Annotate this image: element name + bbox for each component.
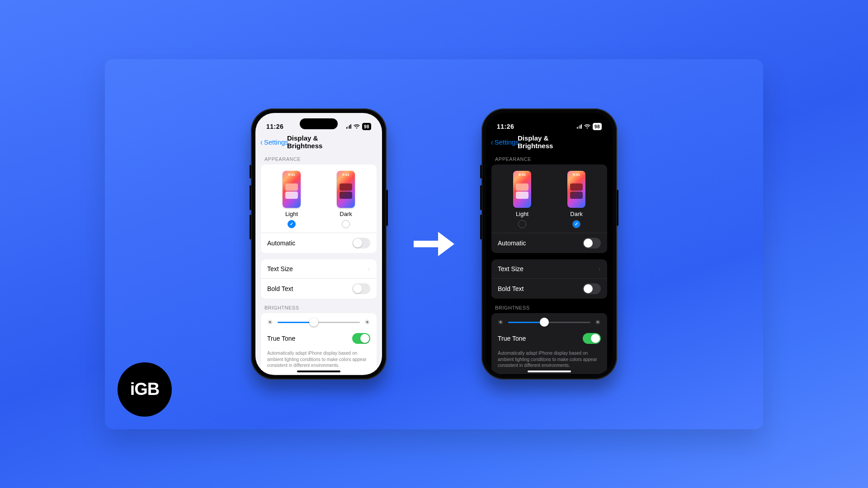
appearance-option-dark[interactable]: 9:41 Dark	[337, 171, 355, 228]
brightness-slider-row: ☀︎ ☀︎	[491, 313, 607, 328]
option-label-light: Light	[285, 211, 298, 217]
row-bold-text: Bold Text	[261, 278, 377, 299]
preview-light: 9:41	[513, 171, 531, 208]
label-automatic: Automatic	[498, 239, 526, 247]
brightness-slider[interactable]	[508, 322, 590, 323]
row-text-size[interactable]: Text Size ›	[261, 259, 377, 278]
battery-icon: 98	[593, 123, 602, 130]
section-label-brightness: BRIGHTNESS	[255, 299, 382, 313]
toggle-bold-text[interactable]	[352, 283, 370, 294]
toggle-true-tone[interactable]	[352, 333, 370, 344]
screen-light: 11:26 98 ‹ Settings	[255, 113, 382, 375]
option-label-dark: Dark	[340, 211, 352, 217]
brightness-slider[interactable]	[278, 322, 360, 323]
wifi-icon	[584, 124, 590, 129]
home-indicator[interactable]	[297, 371, 340, 372]
status-icons: 98	[346, 123, 371, 130]
brightness-slider-row: ☀︎ ☀︎	[261, 313, 377, 328]
sun-min-icon: ☀︎	[267, 319, 273, 326]
row-automatic: Automatic	[491, 233, 607, 253]
preview-clock: 9:41	[283, 173, 301, 177]
radio-light[interactable]	[518, 220, 526, 228]
wifi-icon	[354, 124, 360, 129]
label-automatic: Automatic	[267, 239, 295, 247]
nav-bar: ‹ Settings Display & Brightness	[486, 135, 613, 150]
preview-dark: 9:41	[567, 171, 585, 208]
preview-clock: 9:41	[337, 173, 355, 177]
preview-light: 9:41	[283, 171, 301, 208]
toggle-automatic[interactable]	[352, 238, 370, 249]
nav-title: Display & Brightness	[518, 134, 581, 150]
text-card: Text Size › Bold Text	[261, 259, 377, 299]
toggle-automatic[interactable]	[583, 238, 601, 249]
chevron-right-icon: ›	[368, 265, 370, 272]
row-bold-text: Bold Text	[491, 278, 607, 299]
radio-light[interactable]	[288, 220, 296, 228]
chevron-left-icon: ‹	[260, 137, 263, 146]
row-text-size[interactable]: Text Size ›	[491, 259, 607, 278]
appearance-options: 9:41 Light 9:41	[261, 164, 377, 233]
appearance-option-light[interactable]: 9:41 Light	[513, 171, 531, 228]
status-icons: 98	[577, 123, 602, 130]
label-text-size: Text Size	[267, 265, 293, 272]
home-indicator[interactable]	[528, 371, 571, 372]
label-true-tone: True Tone	[498, 335, 526, 342]
appearance-options: 9:41 Light 9:41	[491, 164, 607, 233]
option-label-dark: Dark	[570, 211, 582, 217]
chevron-left-icon: ‹	[491, 137, 493, 146]
chevron-right-icon: ›	[599, 265, 600, 272]
iphone-dark: 11:26 98 ‹ Settings	[481, 108, 617, 380]
row-true-tone: True Tone	[491, 328, 607, 348]
toggle-true-tone[interactable]	[583, 333, 601, 344]
appearance-card: 9:41 Light 9:41	[491, 164, 607, 253]
sun-max-icon: ☀︎	[364, 319, 370, 326]
cellular-icon	[577, 124, 582, 129]
label-text-size: Text Size	[498, 265, 524, 272]
appearance-card: 9:41 Light 9:41	[261, 164, 377, 253]
battery-icon: 98	[362, 123, 371, 130]
option-label-light: Light	[516, 211, 528, 217]
appearance-option-dark[interactable]: 9:41 Dark	[567, 171, 585, 228]
preview-clock: 9:41	[567, 173, 585, 177]
back-label: Settings	[495, 138, 519, 146]
back-button[interactable]: ‹ Settings	[491, 137, 519, 146]
toggle-bold-text[interactable]	[583, 283, 601, 294]
back-label: Settings	[264, 138, 288, 146]
row-true-tone: True Tone	[261, 328, 377, 348]
dynamic-island	[300, 118, 338, 129]
nav-bar: ‹ Settings Display & Brightness	[255, 135, 382, 150]
radio-dark[interactable]	[342, 220, 350, 228]
label-bold-text: Bold Text	[498, 285, 524, 292]
status-time: 11:26	[497, 123, 514, 130]
hero-card: 11:26 98 ‹ Settings	[105, 59, 763, 429]
back-button[interactable]: ‹ Settings	[260, 137, 288, 146]
nav-title: Display & Brightness	[287, 134, 350, 150]
sun-max-icon: ☀︎	[595, 319, 601, 326]
section-label-brightness: BRIGHTNESS	[486, 299, 613, 313]
site-logo: iGB	[118, 362, 172, 417]
label-true-tone: True Tone	[267, 335, 295, 342]
phone-comparison-row: 11:26 98 ‹ Settings	[105, 59, 763, 429]
text-card: Text Size › Bold Text	[491, 259, 607, 299]
radio-dark[interactable]	[572, 220, 580, 228]
appearance-option-light[interactable]: 9:41 Light	[283, 171, 301, 228]
iphone-light: 11:26 98 ‹ Settings	[251, 108, 387, 380]
brightness-card: ☀︎ ☀︎ True Tone Automatically adapt iPho…	[261, 313, 377, 374]
section-label-appearance: APPEARANCE	[486, 150, 613, 164]
cellular-icon	[346, 124, 351, 129]
arrow-right-icon	[414, 224, 454, 264]
sun-min-icon: ☀︎	[498, 319, 504, 326]
brightness-card: ☀︎ ☀︎ True Tone Automatically adapt iPho…	[491, 313, 607, 374]
label-bold-text: Bold Text	[267, 285, 293, 292]
preview-dark: 9:41	[337, 171, 355, 208]
canvas: 11:26 98 ‹ Settings	[0, 0, 868, 488]
screen-dark: 11:26 98 ‹ Settings	[486, 113, 613, 375]
preview-clock: 9:41	[513, 173, 531, 177]
section-label-appearance: APPEARANCE	[255, 150, 382, 164]
dynamic-island	[530, 118, 568, 129]
row-automatic: Automatic	[261, 233, 377, 253]
status-time: 11:26	[266, 123, 283, 130]
